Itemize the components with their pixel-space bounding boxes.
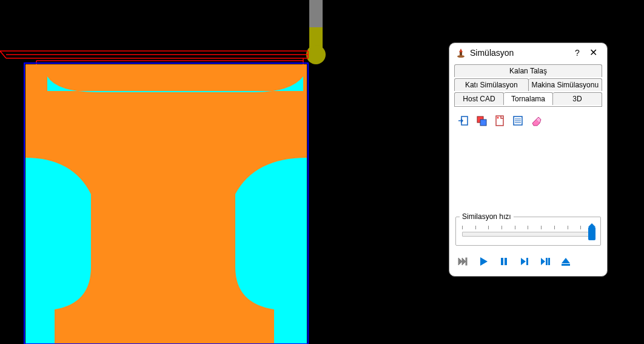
slider-ticks xyxy=(462,226,594,231)
speed-fieldset: Similasyon hızı xyxy=(455,212,601,246)
tab-solid-sim[interactable]: Katı Simülasyon xyxy=(454,78,529,91)
svg-rect-20 xyxy=(466,258,467,265)
app-icon xyxy=(455,47,466,58)
dialog-title: Simülasyon xyxy=(470,48,569,58)
svg-rect-26 xyxy=(562,264,570,266)
tab-row-3: Host CAD Tornalama 3D xyxy=(454,92,602,105)
erase-icon[interactable] xyxy=(529,114,543,127)
toolbar xyxy=(454,108,602,130)
sheet-icon[interactable] xyxy=(493,114,506,127)
simulation-viewport[interactable] xyxy=(0,0,340,344)
list-icon[interactable] xyxy=(511,114,525,127)
next-button[interactable] xyxy=(518,255,531,268)
svg-rect-24 xyxy=(546,258,548,265)
dialog-titlebar[interactable]: Simülasyon ? ✕ xyxy=(449,43,607,61)
tab-strip xyxy=(454,105,602,107)
tab-row-1: Kalan Talaş xyxy=(454,64,602,77)
eject-button[interactable] xyxy=(560,255,572,268)
import-icon[interactable] xyxy=(457,114,470,127)
svg-point-10 xyxy=(457,55,465,58)
svg-line-3 xyxy=(0,51,6,58)
tab-machine-sim[interactable]: Makina Simülasyonu xyxy=(529,78,603,91)
tab-row-2: Katı Simülasyon Makina Simülasyonu xyxy=(454,78,602,91)
play-button[interactable] xyxy=(477,255,489,268)
speed-legend: Similasyon hızı xyxy=(460,212,514,221)
spacer xyxy=(454,130,602,209)
svg-point-15 xyxy=(497,117,499,119)
tab-remaining-stock[interactable]: Kalan Talaş xyxy=(454,64,602,77)
slider-track xyxy=(462,232,594,237)
overlap-icon[interactable] xyxy=(475,114,488,127)
next-pause-button[interactable] xyxy=(539,255,551,268)
help-button[interactable]: ? xyxy=(569,48,585,58)
tool-tip xyxy=(306,45,326,64)
svg-rect-25 xyxy=(548,258,550,265)
tab-host-cad[interactable]: Host CAD xyxy=(454,92,504,105)
tab-3d[interactable]: 3D xyxy=(553,92,602,105)
fast-forward-button[interactable] xyxy=(457,255,469,268)
playback-controls xyxy=(454,246,602,270)
svg-rect-21 xyxy=(501,258,503,265)
dialog-body: Kalan Talaş Katı Simülasyon Makina Simül… xyxy=(449,61,607,276)
speed-slider[interactable] xyxy=(460,226,597,241)
tab-turning[interactable]: Tornalama xyxy=(504,92,553,105)
svg-rect-22 xyxy=(505,258,507,265)
slider-thumb[interactable] xyxy=(588,227,595,240)
svg-rect-23 xyxy=(526,258,528,265)
close-button[interactable]: ✕ xyxy=(585,47,601,58)
svg-rect-13 xyxy=(480,120,486,126)
simulation-dialog: Simülasyon ? ✕ Kalan Talaş Katı Simülasy… xyxy=(449,42,608,277)
pause-button[interactable] xyxy=(498,255,510,268)
